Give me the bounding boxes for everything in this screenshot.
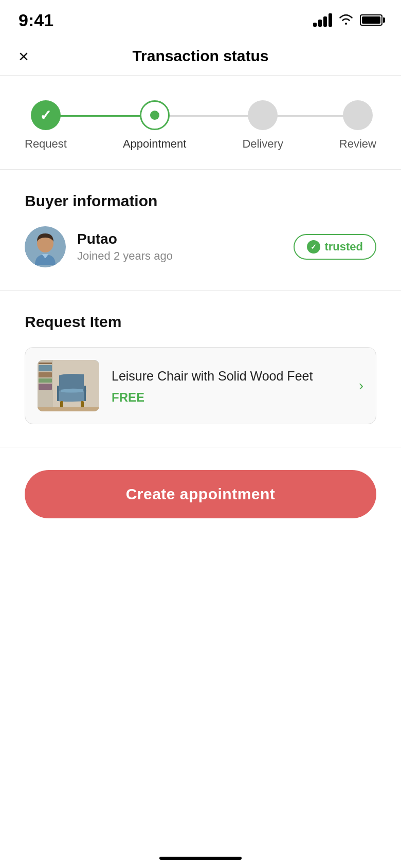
page-header: × Transaction status <box>0 37 401 76</box>
item-name: Leisure Chair with Solid Wood Feet <box>112 367 347 385</box>
request-section-title: Request Item <box>25 313 376 331</box>
svg-rect-7 <box>39 378 52 383</box>
close-button[interactable]: × <box>19 47 29 65</box>
trusted-label: trusted <box>324 240 363 254</box>
active-dot <box>150 111 159 120</box>
step-circle-appointment <box>140 100 170 130</box>
status-icons <box>313 12 382 28</box>
buyer-section: Buyer information Putao Joine <box>0 170 401 291</box>
buyer-text: Putao Joined 2 years ago <box>77 231 173 263</box>
page-title: Transaction status <box>132 47 268 65</box>
item-price: FREE <box>112 390 347 405</box>
status-bar: 9:41 <box>0 0 401 37</box>
step-label-request: Request <box>25 137 67 151</box>
step-review: Review <box>339 100 376 151</box>
request-section: Request Item <box>0 291 401 447</box>
step-label-appointment: Appointment <box>123 137 187 151</box>
step-appointment: Appointment <box>123 100 187 151</box>
buyer-joined: Joined 2 years ago <box>77 249 173 263</box>
buyer-row: Putao Joined 2 years ago ✓ trusted <box>25 226 376 267</box>
stepper-container: ✓ Request Appointment Delivery Review <box>25 100 376 151</box>
item-details: Leisure Chair with Solid Wood Feet FREE <box>99 367 359 405</box>
step-circle-delivery <box>248 100 278 130</box>
stepper-lines <box>58 115 343 117</box>
trusted-check-icon: ✓ <box>307 240 320 254</box>
signal-icon <box>313 13 332 27</box>
item-card[interactable]: Leisure Chair with Solid Wood Feet FREE … <box>25 347 376 424</box>
battery-icon <box>360 14 382 26</box>
wifi-icon <box>338 12 354 28</box>
svg-rect-6 <box>39 372 52 377</box>
status-time: 9:41 <box>19 10 53 30</box>
chair-image <box>38 360 99 411</box>
svg-rect-8 <box>39 384 52 390</box>
buyer-info: Putao Joined 2 years ago <box>25 226 173 267</box>
step-circle-request: ✓ <box>31 100 61 130</box>
step-circle-review <box>343 100 373 130</box>
avatar <box>25 226 66 267</box>
step-delivery: Delivery <box>242 100 283 151</box>
home-indicator <box>159 857 242 860</box>
create-appointment-button[interactable]: Create appointment <box>25 470 376 518</box>
step-request: ✓ Request <box>25 100 67 151</box>
buyer-section-title: Buyer information <box>25 192 376 210</box>
step-label-review: Review <box>339 137 376 151</box>
buyer-name: Putao <box>77 231 173 247</box>
avatar-image <box>25 226 66 267</box>
svg-rect-5 <box>39 365 52 371</box>
trusted-badge: ✓ trusted <box>294 234 376 260</box>
step-label-delivery: Delivery <box>242 137 283 151</box>
svg-rect-4 <box>39 363 52 364</box>
svg-rect-11 <box>38 407 99 411</box>
checkmark-icon: ✓ <box>40 107 51 124</box>
chevron-right-icon: › <box>359 377 363 394</box>
item-image <box>38 360 99 411</box>
progress-stepper: ✓ Request Appointment Delivery Review <box>0 76 401 170</box>
cta-section: Create appointment <box>0 447 401 541</box>
